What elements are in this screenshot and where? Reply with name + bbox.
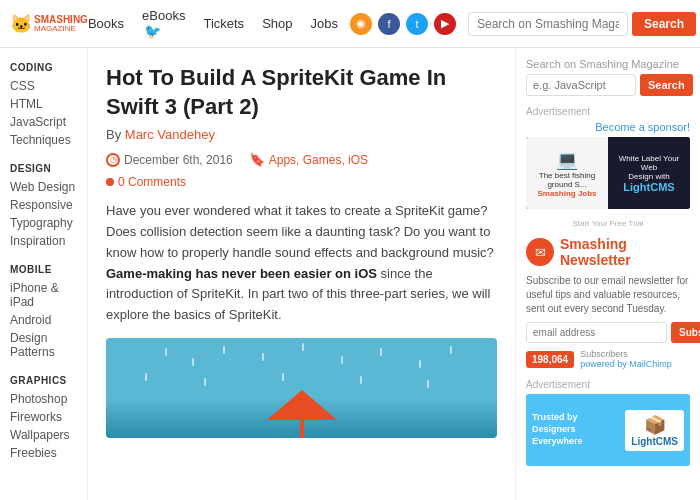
ad-laptop-icon: 💻 — [556, 149, 578, 171]
top-search-button[interactable]: Search — [632, 12, 696, 36]
logo-magazine: MAGAZINE — [34, 25, 88, 33]
nav-ebooks[interactable]: eBooks 🐦 — [142, 8, 185, 39]
sidebar-item-css[interactable]: CSS — [10, 77, 77, 95]
newsletter-row: Subscribe — [526, 322, 690, 343]
ad2-text: Trusted by Designers Everywhere — [532, 412, 619, 447]
ad-banner-1[interactable]: 💻 The best fishing ground S... Smashing … — [526, 137, 690, 209]
sidebar-item-techniques[interactable]: Techniques — [10, 131, 77, 149]
nav-links: Books eBooks 🐦 Tickets Shop Jobs — [88, 8, 338, 39]
smashing-jobs-text: Smashing Jobs — [537, 189, 596, 198]
sidebar-item-design-patterns[interactable]: Design Patterns — [10, 329, 77, 361]
comments-link[interactable]: 0 Comments — [106, 175, 497, 189]
nav-books[interactable]: Books — [88, 16, 124, 31]
right-search-input[interactable] — [526, 74, 636, 96]
sidebar-section-coding: CODING CSS HTML JavaScript Techniques — [10, 62, 77, 149]
article-title: Hot To Build A SpriteKit Game In Swift 3… — [106, 64, 497, 121]
twitter-icon[interactable]: t — [406, 13, 428, 35]
ad-label-1: Advertisement — [526, 106, 690, 117]
article-date: ◷ December 6th, 2016 — [106, 153, 233, 167]
nav-jobs[interactable]: Jobs — [311, 16, 338, 31]
sidebar-heading-graphics: GRAPHICS — [10, 375, 77, 386]
sidebar-item-photoshop[interactable]: Photoshop — [10, 390, 77, 408]
author-link[interactable]: Marc Vandehey — [125, 127, 215, 142]
logo-text: SMASHING MAGAZINE — [34, 15, 88, 33]
sidebar: CODING CSS HTML JavaScript Techniques DE… — [0, 48, 88, 500]
ad-banner-2[interactable]: Trusted by Designers Everywhere 📦 LightC… — [526, 394, 690, 466]
lightcms2-text: LightCMS — [631, 436, 678, 447]
clock-icon: ◷ — [106, 153, 120, 167]
article-body: Have you ever wondered what it takes to … — [106, 201, 497, 326]
comment-dot-icon — [106, 178, 114, 186]
article-tag-link[interactable]: Apps, Games, iOS — [269, 153, 368, 167]
sidebar-item-javascript[interactable]: JavaScript — [10, 113, 77, 131]
sidebar-heading-mobile: MOBILE — [10, 264, 77, 275]
article-game-image — [106, 338, 497, 438]
sidebar-item-inspiration[interactable]: Inspiration — [10, 232, 77, 250]
facebook-icon[interactable]: f — [378, 13, 400, 35]
sidebar-item-android[interactable]: Android — [10, 311, 77, 329]
article-tags: 🔖 Apps, Games, iOS — [249, 152, 368, 167]
sidebar-section-mobile: MOBILE iPhone & iPad Android Design Patt… — [10, 264, 77, 361]
newsletter-icon: ✉ — [526, 238, 554, 266]
ad-label-2: Advertisement — [526, 379, 690, 390]
sidebar-item-fireworks[interactable]: Fireworks — [10, 408, 77, 426]
top-navigation: 🐱 SMASHING MAGAZINE Books eBooks 🐦 Ticke… — [0, 0, 700, 48]
subscribers-text: Subscribers — [580, 349, 672, 359]
right-search-button[interactable]: Search — [640, 74, 693, 96]
mailchimp-text: powered by MailChimp — [580, 359, 672, 369]
ad-right-side: White Label Your WebDesign with LightCMS — [608, 137, 690, 209]
lightcms-icon: 📦 — [631, 414, 678, 436]
article-meta: ◷ December 6th, 2016 🔖 Apps, Games, iOS — [106, 152, 497, 167]
social-icons: ◉ f t ▶ — [350, 13, 456, 35]
sidebar-item-responsive[interactable]: Responsive — [10, 196, 77, 214]
sidebar-heading-design: DESIGN — [10, 163, 77, 174]
top-search-input[interactable] — [468, 12, 628, 36]
ad2-left: Trusted by Designers Everywhere — [532, 412, 619, 447]
right-search-row: Search — [526, 74, 690, 96]
sidebar-item-typography[interactable]: Typography — [10, 214, 77, 232]
sidebar-section-design: DESIGN Web Design Responsive Typography … — [10, 163, 77, 250]
rss-icon[interactable]: ◉ — [350, 13, 372, 35]
logo-icon: 🐱 — [10, 13, 32, 35]
newsletter-email-input[interactable] — [526, 322, 667, 343]
newsletter-header: ✉ Smashing Newsletter — [526, 236, 690, 268]
umbrella-graphic — [267, 390, 337, 438]
sidebar-item-webdesign[interactable]: Web Design — [10, 178, 77, 196]
right-search-label: Search on Smashing Magazine — [526, 58, 690, 70]
subscribers-badge: 198,064 Subscribers powered by MailChimp — [526, 349, 690, 369]
youtube-icon[interactable]: ▶ — [434, 13, 456, 35]
newsletter-subscribe-button[interactable]: Subscribe — [671, 322, 700, 343]
article-author: By Marc Vandehey — [106, 127, 497, 142]
top-search-area: Search — [468, 12, 696, 36]
bookmark-icon: 🔖 — [249, 152, 265, 167]
lightcms-text: LightCMS — [623, 181, 674, 193]
sidebar-item-html[interactable]: HTML — [10, 95, 77, 113]
sidebar-section-graphics: GRAPHICS Photoshop Fireworks Wallpapers … — [10, 375, 77, 462]
newsletter-title: Smashing Newsletter — [560, 236, 690, 268]
sidebar-heading-coding: CODING — [10, 62, 77, 73]
ad-banner-inner: 💻 The best fishing ground S... Smashing … — [526, 137, 690, 209]
sidebar-item-freebies[interactable]: Freebies — [10, 444, 77, 462]
ad-left-side: 💻 The best fishing ground S... Smashing … — [526, 137, 608, 209]
sidebar-item-iphone[interactable]: iPhone & iPad — [10, 279, 77, 311]
article-content: Hot To Build A SpriteKit Game In Swift 3… — [88, 48, 515, 500]
right-panel: Search on Smashing Magazine Search Adver… — [515, 48, 700, 500]
become-sponsor-link[interactable]: Become a sponsor! — [526, 121, 690, 133]
logo[interactable]: 🐱 SMASHING MAGAZINE — [10, 13, 88, 35]
ebooks-icon: 🐦 — [144, 23, 161, 39]
sidebar-item-wallpapers[interactable]: Wallpapers — [10, 426, 77, 444]
ad-trial-text: Start Your Free Trial — [526, 219, 690, 228]
umbrella-handle — [300, 420, 304, 438]
main-layout: CODING CSS HTML JavaScript Techniques DE… — [0, 48, 700, 500]
subscribers-count: 198,064 — [526, 351, 574, 368]
umbrella-top — [267, 390, 337, 420]
newsletter-section: ✉ Smashing Newsletter Subscribe to our e… — [526, 236, 690, 369]
lightcms-logo: 📦 LightCMS — [625, 410, 684, 451]
logo-smashing: SMASHING — [34, 15, 88, 25]
nav-tickets[interactable]: Tickets — [203, 16, 244, 31]
nav-shop[interactable]: Shop — [262, 16, 292, 31]
newsletter-description: Subscribe to our email newsletter for us… — [526, 274, 690, 316]
